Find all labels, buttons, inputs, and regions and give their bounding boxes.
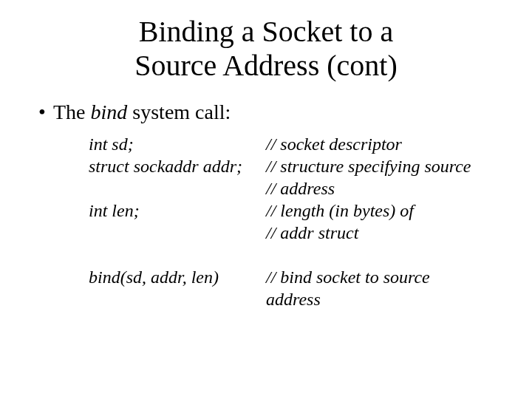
code-decl: int len; xyxy=(89,200,266,222)
bullet-prefix: The xyxy=(53,100,91,123)
code-comment: // socket descriptor xyxy=(266,133,488,155)
code-decl xyxy=(89,177,266,200)
code-decl xyxy=(89,222,266,244)
code-row: int sd; // socket descriptor xyxy=(89,133,488,155)
slide: Binding a Socket to a Source Address (co… xyxy=(0,0,532,399)
code-block: int sd; // socket descriptor struct sock… xyxy=(89,133,488,310)
bullet-item: •The bind system call: xyxy=(30,100,502,124)
code-row-call: bind(sd, addr, len) // bind socket to so… xyxy=(89,266,488,310)
code-decl: int sd; xyxy=(89,133,266,155)
title-line-1: Binding a Socket to a xyxy=(139,15,393,48)
code-comment: // addr struct xyxy=(266,222,488,244)
bullet-suffix: system call: xyxy=(127,100,231,123)
code-comment: // address xyxy=(266,177,488,200)
code-row: // address xyxy=(89,177,488,200)
code-call: bind(sd, addr, len) xyxy=(89,266,266,310)
bullet-dot: • xyxy=(38,100,53,124)
code-comment: // bind socket to source address xyxy=(266,266,488,310)
code-row: // addr struct xyxy=(89,222,488,244)
bullet-emphasis: bind xyxy=(91,100,128,123)
title-line-2: Source Address (cont) xyxy=(134,49,397,82)
code-row: int len; // length (in bytes) of xyxy=(89,200,488,222)
spacer xyxy=(89,244,488,266)
code-comment: // structure specifying source xyxy=(266,155,488,177)
code-decl: struct sockaddr addr; xyxy=(89,155,266,177)
code-comment: // length (in bytes) of xyxy=(266,200,488,222)
slide-title: Binding a Socket to a Source Address (co… xyxy=(30,15,502,83)
code-row: struct sockaddr addr; // structure speci… xyxy=(89,155,488,177)
